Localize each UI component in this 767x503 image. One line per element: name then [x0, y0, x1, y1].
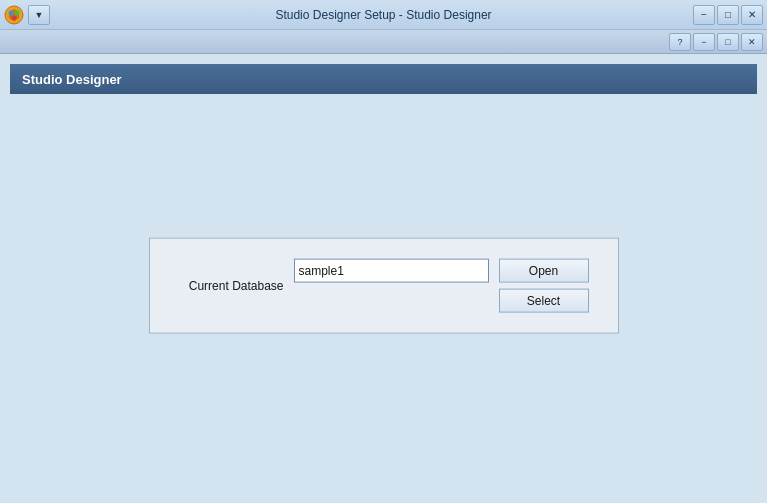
- close-button[interactable]: ✕: [741, 5, 763, 25]
- svg-point-3: [12, 15, 17, 20]
- inner-restore-button[interactable]: □: [717, 33, 739, 51]
- page-title: Studio Designer: [22, 72, 122, 87]
- page-header: Studio Designer: [10, 64, 757, 94]
- title-bar-left: ▼: [4, 5, 50, 25]
- main-content: Studio Designer Current Database Open Se…: [0, 64, 767, 487]
- inner-close-button[interactable]: ✕: [741, 33, 763, 51]
- window-controls-bar: ? − □ ✕: [0, 30, 767, 54]
- select-button[interactable]: Select: [499, 288, 589, 312]
- open-button[interactable]: Open: [499, 258, 589, 282]
- inner-minimize-button[interactable]: −: [693, 33, 715, 51]
- help-button[interactable]: ?: [669, 33, 691, 51]
- quick-access-btn[interactable]: ▼: [28, 5, 50, 25]
- action-buttons: Open Select: [499, 258, 589, 312]
- restore-button[interactable]: □: [717, 5, 739, 25]
- database-input[interactable]: [294, 258, 489, 282]
- title-bar: ▼ Studio Designer Setup - Studio Designe…: [0, 0, 767, 30]
- minimize-button[interactable]: −: [693, 5, 715, 25]
- title-bar-controls: − □ ✕: [693, 5, 763, 25]
- window-title: Studio Designer Setup - Studio Designer: [275, 8, 491, 22]
- input-and-buttons: Open Select: [294, 258, 589, 312]
- app-icon: [4, 5, 24, 25]
- database-label: Current Database: [174, 278, 284, 292]
- database-panel: Current Database Open Select: [149, 237, 619, 333]
- svg-point-2: [15, 10, 20, 15]
- svg-point-1: [9, 10, 14, 15]
- database-row: Current Database Open Select: [174, 258, 594, 312]
